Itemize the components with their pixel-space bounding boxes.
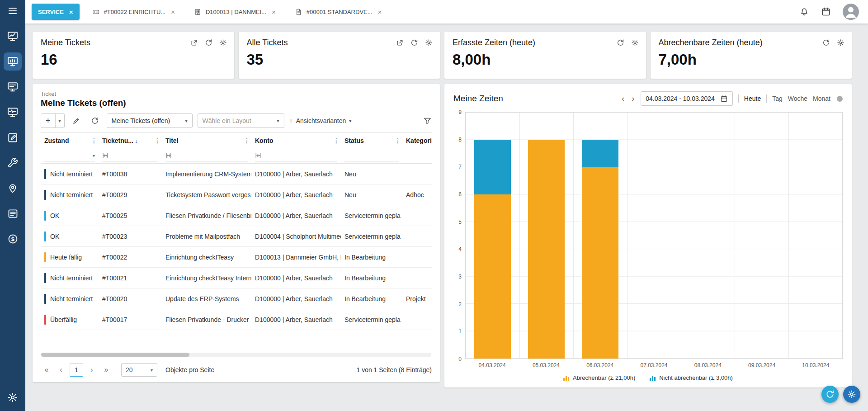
kpi-value: 35: [247, 51, 432, 68]
range-button-monat[interactable]: Monat: [813, 95, 830, 102]
sidebar-item-locations[interactable]: [4, 179, 22, 197]
titel-filter-input[interactable]: [174, 152, 248, 159]
notifications-button[interactable]: [799, 7, 809, 17]
last-page-button[interactable]: »: [100, 364, 112, 376]
sidebar-item-lists[interactable]: [4, 204, 22, 222]
sidebar-item-dashboard-2[interactable]: [4, 52, 22, 71]
column-header-kategorie[interactable]: Kategorie: [402, 133, 432, 148]
tab-service[interactable]: SERVICE ×: [32, 4, 80, 20]
sidebar-item-dashboard-4[interactable]: [4, 103, 22, 121]
column-menu-icon[interactable]: ⋮: [395, 137, 401, 144]
layout-select[interactable]: Wähle ein Layout ▾: [198, 113, 284, 128]
reload-table-button[interactable]: [88, 114, 102, 128]
konto-filter-input[interactable]: [264, 152, 337, 159]
column-header-titel[interactable]: Titel⋮: [162, 133, 251, 148]
horizontal-scrollbar[interactable]: [41, 353, 431, 357]
range-button-tag[interactable]: Tag: [772, 95, 783, 102]
global-refresh-button[interactable]: [821, 386, 839, 403]
sidebar-settings-button[interactable]: [4, 388, 22, 406]
sidebar-item-billing[interactable]: $: [4, 230, 22, 248]
ticketnummer-filter-input[interactable]: [111, 152, 158, 159]
settings-button[interactable]: [837, 39, 844, 47]
filter-button[interactable]: [423, 117, 432, 125]
column-menu-icon[interactable]: ⋮: [333, 137, 340, 144]
indicator-dot-icon[interactable]: [837, 96, 843, 102]
zustand-filter-select[interactable]: ▾: [44, 151, 95, 161]
column-header-status[interactable]: Status⋮: [341, 133, 402, 148]
ticket-row[interactable]: Nicht terminiert #T00021 Einrichtung che…: [41, 268, 432, 288]
global-settings-button[interactable]: [843, 386, 860, 403]
kpi-row: Meine Tickets 16 Alle Tickets 35 Erfasst…: [33, 32, 852, 79]
ticket-row[interactable]: OK #T00025 Fliesen Privatkunde / Fliesen…: [41, 205, 432, 226]
edit-view-button[interactable]: [70, 114, 83, 128]
between-operator-icon[interactable]: [165, 152, 172, 159]
pagination-summary: 1 von 1 Seiten (8 Einträge): [356, 366, 432, 373]
refresh-button[interactable]: [617, 39, 624, 47]
close-icon[interactable]: ×: [378, 8, 382, 16]
add-ticket-button[interactable]: + ▾: [41, 113, 65, 128]
close-icon[interactable]: ×: [69, 8, 73, 16]
ticket-row[interactable]: Überfällig #T00017 Fliesen Privatkunde -…: [41, 309, 432, 330]
sidebar-item-edit[interactable]: [4, 128, 22, 146]
next-page-button[interactable]: ›: [86, 364, 98, 376]
ticket-row[interactable]: Nicht terminiert #T00020 Update des ERP-…: [41, 288, 432, 309]
calendar-button[interactable]: [821, 7, 831, 17]
chart-bar[interactable]: [474, 194, 511, 359]
open-in-new-button[interactable]: [190, 39, 198, 47]
current-page-button[interactable]: 1: [70, 363, 83, 377]
cell-kategorie: [402, 309, 432, 330]
column-menu-icon[interactable]: ⋮: [244, 137, 250, 144]
ticket-row[interactable]: Nicht terminiert #T00029 Ticketsystem Pa…: [41, 184, 432, 205]
column-header-zustand[interactable]: Zustand⋮: [41, 133, 99, 148]
view-variants-button[interactable]: + Ansichtsvarianten ▾: [289, 117, 352, 124]
refresh-button[interactable]: [205, 39, 212, 47]
refresh-button[interactable]: [410, 39, 418, 47]
column-header-ticketnummer[interactable]: Ticketnu...↓⋮: [99, 133, 162, 148]
next-range-button[interactable]: ›: [631, 94, 635, 104]
building-icon: [194, 8, 202, 16]
ticket-row[interactable]: Heute fällig #T00022 Einrichtung checkIT…: [41, 247, 432, 268]
between-operator-icon[interactable]: [255, 152, 261, 159]
status-filter-input[interactable]: [344, 152, 399, 159]
chart-bar[interactable]: [474, 140, 511, 194]
view-select[interactable]: Meine Tickets (offen) ▾: [107, 113, 193, 128]
user-menu-button[interactable]: [843, 4, 859, 20]
between-operator-icon[interactable]: [102, 152, 108, 159]
range-button-woche[interactable]: Woche: [788, 95, 807, 102]
chart-bar[interactable]: [582, 140, 618, 167]
settings-button[interactable]: [425, 39, 433, 47]
ticket-row[interactable]: OK #T00023 Probleme mit Mailpostfach D10…: [41, 226, 432, 247]
column-menu-icon[interactable]: ⋮: [154, 137, 160, 144]
cell-konto: D100000 | Arber, Sauerlach: [251, 164, 341, 184]
chevron-down-icon[interactable]: ▾: [55, 114, 64, 128]
date-range-picker[interactable]: 04.03.2024 - 10.03.2024: [641, 91, 733, 106]
sidebar-item-dashboard-3[interactable]: [4, 78, 22, 96]
gear-icon: [219, 39, 227, 47]
chart-bar[interactable]: [528, 140, 565, 359]
menu-toggle-button[interactable]: [4, 2, 22, 20]
range-button-heute[interactable]: Heute: [744, 95, 761, 102]
first-page-button[interactable]: «: [41, 364, 52, 376]
y-tick-label: 2: [458, 301, 462, 307]
column-header-konto[interactable]: Konto⋮: [251, 133, 341, 148]
page-size-select[interactable]: 20 ▾: [121, 363, 157, 377]
prev-range-button[interactable]: ‹: [621, 94, 625, 104]
refresh-button[interactable]: [822, 39, 830, 47]
sidebar-item-dashboard-1[interactable]: [4, 27, 22, 45]
tab-company-d100013[interactable]: D100013 | DANNMEI... ×: [188, 4, 282, 20]
tab-contract-00001[interactable]: #00001 STANDARDVE... ×: [288, 4, 388, 20]
prev-page-button[interactable]: ‹: [55, 364, 67, 376]
chart-bar[interactable]: [582, 167, 618, 359]
plus-icon: +: [41, 114, 55, 128]
scrollbar-thumb[interactable]: [41, 353, 189, 357]
open-in-new-button[interactable]: [396, 39, 404, 47]
settings-button[interactable]: [219, 39, 227, 47]
settings-button[interactable]: [631, 39, 639, 47]
sidebar-item-tools[interactable]: [4, 154, 22, 172]
close-icon[interactable]: ×: [272, 8, 276, 16]
tab-ticket-t00022[interactable]: #T00022 EINRICHTU... ×: [86, 4, 181, 20]
refresh-icon: [205, 39, 212, 47]
ticket-row[interactable]: Nicht terminiert #T00038 Implementierung…: [41, 164, 432, 184]
close-icon[interactable]: ×: [171, 8, 175, 16]
column-menu-icon[interactable]: ⋮: [91, 137, 97, 144]
